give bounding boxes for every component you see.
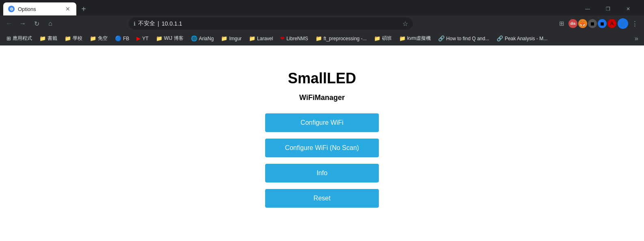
tab-bar: ⚙ Options ✕ + — ❐ ✕: [0, 0, 644, 15]
bookmark-label: 應用程式: [13, 35, 32, 42]
ft-icon: 📁: [316, 35, 322, 41]
peak-icon: 🔗: [497, 35, 503, 41]
school-icon: 📁: [65, 35, 71, 41]
bookmark-ariang[interactable]: 🌐 AriaNg: [188, 34, 217, 43]
books-icon: 📁: [39, 35, 46, 41]
extensions-button[interactable]: ⊞: [556, 18, 568, 29]
profile-button[interactable]: 👤: [617, 18, 629, 29]
info-button[interactable]: Info: [265, 164, 379, 182]
bookmark-kvm[interactable]: 📁 kvm虛擬機: [396, 33, 434, 43]
bookmark-free[interactable]: 📁 免空: [86, 33, 111, 43]
address-protocol: 不安全: [138, 20, 155, 27]
laravel-icon: 📁: [249, 35, 255, 41]
bookmark-label: Imgur: [229, 36, 242, 41]
masters-icon: 📁: [374, 35, 380, 41]
button-group: Configure WiFi Configure WiFi (No Scan) …: [265, 113, 379, 208]
address-separator: |: [158, 20, 159, 27]
bookmarks-more-button[interactable]: »: [632, 33, 641, 44]
bookmark-yt[interactable]: ▶ YT: [133, 34, 151, 43]
bookmark-label: kvm虛擬機: [407, 35, 431, 42]
bookmark-label: LibreNMS: [286, 36, 308, 41]
bookmark-laravel[interactable]: 📁 Laravel: [246, 34, 276, 43]
bookmark-school[interactable]: 📁 學校: [61, 33, 86, 43]
fb-icon: 🔵: [115, 35, 121, 41]
minimize-button[interactable]: —: [578, 2, 597, 15]
home-button[interactable]: ⌂: [45, 18, 56, 29]
ext-red-icon[interactable]: A: [607, 19, 616, 28]
page-content: SmallLED WiFiManager Configure WiFi Conf…: [0, 46, 644, 241]
ext-dis-icon[interactable]: dis: [568, 19, 577, 28]
bookmark-label: 免空: [98, 35, 108, 42]
howto-icon: 🔗: [438, 35, 445, 41]
back-button[interactable]: ←: [3, 18, 15, 29]
bookmark-star-icon[interactable]: ☆: [402, 20, 408, 28]
yt-icon: ▶: [136, 35, 140, 41]
bookmark-librenms[interactable]: ❤ LibreNMS: [277, 34, 311, 43]
new-tab-button[interactable]: +: [78, 3, 89, 15]
bookmark-peak[interactable]: 🔗 Peak Analysis - M...: [493, 34, 551, 43]
bookmark-label: Laravel: [257, 36, 273, 41]
menu-button[interactable]: ⋮: [629, 18, 641, 29]
app-subtitle: WiFiManager: [299, 93, 345, 102]
address-url: 10.0.1.1: [162, 20, 182, 27]
bookmark-label: WIJ 博客: [164, 35, 184, 42]
bookmark-label: FB: [123, 36, 129, 41]
browser-chrome: ⚙ Options ✕ + — ❐ ✕ ← → ↻ ⌂ ℹ 不安全 | 10.0…: [0, 0, 644, 46]
imgur-icon: 📁: [221, 35, 227, 41]
tab-close-button[interactable]: ✕: [64, 5, 71, 13]
bookmark-howto[interactable]: 🔗 How to find Q and...: [435, 34, 493, 43]
configure-wifi-button[interactable]: Configure WiFi: [265, 113, 379, 132]
bookmarks-bar: ⊞ 應用程式 📁 書籤 📁 學校 📁 免空 🔵 FB ▶ YT 📁 WIJ 博客: [0, 32, 644, 46]
wij-icon: 📁: [156, 35, 162, 41]
bookmark-wij[interactable]: 📁 WIJ 博客: [153, 33, 187, 43]
close-button[interactable]: ✕: [619, 2, 638, 15]
address-input[interactable]: ℹ 不安全 | 10.0.1.1 ☆: [129, 17, 413, 30]
maximize-button[interactable]: ❐: [599, 2, 617, 15]
bookmark-masters[interactable]: 📁 碩班: [371, 33, 395, 43]
active-tab[interactable]: ⚙ Options ✕: [3, 2, 76, 15]
reset-button[interactable]: Reset: [265, 189, 379, 208]
kvm-icon: 📁: [399, 35, 406, 41]
tab-favicon: ⚙: [8, 6, 15, 12]
ariang-icon: 🌐: [191, 35, 197, 41]
forward-button[interactable]: →: [17, 18, 28, 29]
bookmark-label: How to find Q and...: [446, 36, 489, 41]
bookmark-label: YT: [142, 36, 148, 41]
bookmark-label: ft_preprocessing -...: [324, 36, 367, 41]
ext-dark-icon[interactable]: ◼: [588, 19, 597, 28]
configure-wifi-noscan-button[interactable]: Configure WiFi (No Scan): [265, 139, 379, 157]
bookmark-books[interactable]: 📁 書籤: [36, 33, 61, 43]
bookmark-label: Peak Analysis - M...: [505, 36, 547, 41]
security-icon: ℹ: [134, 21, 136, 27]
bookmark-apps[interactable]: ⊞ 應用程式: [3, 33, 35, 43]
bookmark-label: 碩班: [382, 35, 392, 42]
profile-avatar: 👤: [618, 18, 628, 29]
window-controls: — ❐ ✕: [578, 2, 641, 15]
ext-orange-icon[interactable]: 🦊: [578, 19, 587, 28]
bookmark-label: AriaNg: [199, 36, 214, 41]
librenms-icon: ❤: [280, 35, 285, 41]
bookmark-label: 書籤: [48, 35, 57, 42]
toolbar-icons: ⊞ dis 🦊 ◼ ◼ A 👤 ⋮: [556, 18, 641, 29]
bookmark-ft[interactable]: 📁 ft_preprocessing -...: [312, 34, 370, 43]
bookmark-imgur[interactable]: 📁 Imgur: [218, 34, 245, 43]
address-bar: ← → ↻ ⌂ ℹ 不安全 | 10.0.1.1 ☆ ⊞ dis 🦊 ◼ ◼ A…: [0, 15, 644, 32]
free-icon: 📁: [90, 35, 96, 41]
bookmark-fb[interactable]: 🔵 FB: [112, 34, 132, 43]
reload-button[interactable]: ↻: [31, 18, 42, 29]
app-title: SmallLED: [288, 70, 356, 87]
bookmark-label: 學校: [73, 35, 82, 42]
apps-icon: ⊞: [6, 35, 11, 41]
ext-blue-icon[interactable]: ◼: [598, 19, 607, 28]
tab-title: Options: [18, 6, 61, 12]
